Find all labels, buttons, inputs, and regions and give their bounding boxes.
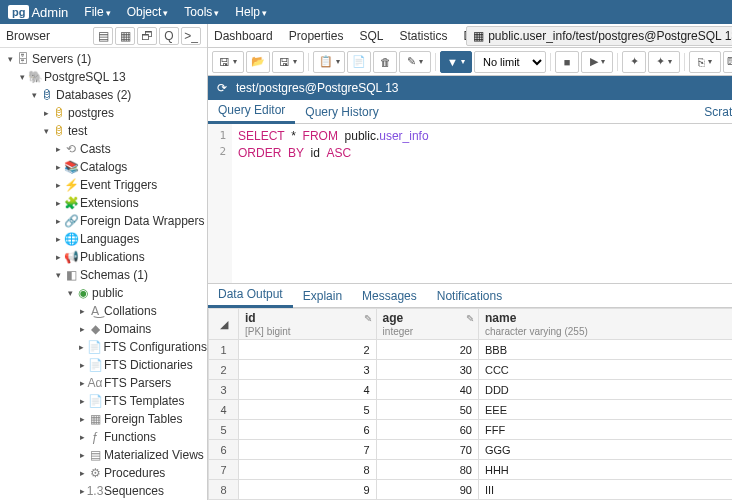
expand-icon[interactable]: ▾ [52,270,64,280]
table-row[interactable]: 2330CCC [209,360,733,380]
cell-age[interactable]: 70 [376,440,478,460]
delete-btn[interactable]: 🗑 [373,51,397,73]
expand-icon[interactable]: ▸ [76,360,88,370]
paste-btn[interactable]: 📄 [347,51,371,73]
tab-dashboard[interactable]: Dashboard [214,29,273,43]
tree-node-22[interactable]: ▸▤Materialized Views [0,446,207,464]
tree-node-17[interactable]: ▸📄FTS Dictionaries [0,356,207,374]
edit-btn[interactable]: ✎ [399,51,431,73]
tree-node-15[interactable]: ▸◆Domains [0,320,207,338]
cell-name[interactable]: HHH [478,460,732,480]
tree-node-16[interactable]: ▸📄FTS Configurations [0,338,207,356]
expand-icon[interactable]: ▸ [76,468,88,478]
tree-node-4[interactable]: ▾🛢test [0,122,207,140]
expand-icon[interactable]: ▸ [52,234,64,244]
table-row[interactable]: 1220BBB [209,340,733,360]
tree-node-24[interactable]: ▸1.3Sequences [0,482,207,500]
result-grid[interactable]: ◢id✎[PK] bigintage✎integername✎character… [208,308,732,500]
cell-id[interactable]: 2 [239,340,377,360]
tab-properties[interactable]: Properties [289,29,344,43]
expand-icon[interactable]: ▾ [64,288,76,298]
cell-name[interactable]: GGG [478,440,732,460]
table-row[interactable]: 5660FFF [209,420,733,440]
menu-object[interactable]: Object▾ [127,5,169,19]
tree-node-10[interactable]: ▸🌐Languages [0,230,207,248]
cell-age[interactable]: 20 [376,340,478,360]
tree-node-7[interactable]: ▸⚡Event Triggers [0,176,207,194]
expand-icon[interactable]: ▸ [52,180,64,190]
table-row[interactable]: 6770GGG [209,440,733,460]
tree-node-20[interactable]: ▸▦Foreign Tables [0,410,207,428]
object-tree[interactable]: ▾🗄Servers (1)▾🐘PostgreSQL 13▾🛢Databases … [0,48,207,500]
tree-node-23[interactable]: ▸⚙Procedures [0,464,207,482]
tree-node-3[interactable]: ▸🛢postgres [0,104,207,122]
tree-node-0[interactable]: ▾🗄Servers (1) [0,50,207,68]
expand-icon[interactable]: ▸ [40,108,52,118]
tab-statistics[interactable]: Statistics [399,29,447,43]
tree-node-14[interactable]: ▸A͜Collations [0,302,207,320]
tree-node-21[interactable]: ▸ƒFunctions [0,428,207,446]
table-row[interactable]: 8990III [209,480,733,500]
col-name[interactable]: name✎character varying (255) [478,309,732,340]
cell-id[interactable]: 8 [239,460,377,480]
cell-name[interactable]: FFF [478,420,732,440]
expand-icon[interactable]: ▸ [76,450,88,460]
explain-opts-btn[interactable]: ✦ [648,51,680,73]
expand-icon[interactable]: ▸ [76,342,88,352]
cell-id[interactable]: 5 [239,400,377,420]
expand-icon[interactable]: ▸ [52,162,64,172]
tree-node-2[interactable]: ▾🛢Databases (2) [0,86,207,104]
cell-id[interactable]: 4 [239,380,377,400]
cell-age[interactable]: 30 [376,360,478,380]
table-row[interactable]: 3440DDD [209,380,733,400]
tree-tool-1[interactable]: ▤ [93,27,113,45]
tree-tool-terminal[interactable]: >_ [181,27,201,45]
cell-id[interactable]: 6 [239,420,377,440]
edit-icon[interactable]: ✎ [466,313,474,324]
expand-icon[interactable]: ▾ [28,90,40,100]
expand-icon[interactable]: ▾ [4,54,16,64]
result-tab-data-output[interactable]: Data Output [208,284,293,308]
cell-name[interactable]: EEE [478,400,732,420]
expand-icon[interactable]: ▸ [52,216,64,226]
cell-name[interactable]: DDD [478,380,732,400]
table-row[interactable]: 4550EEE [209,400,733,420]
cell-age[interactable]: 90 [376,480,478,500]
tab-query-history[interactable]: Query History [295,100,388,124]
menu-tools[interactable]: Tools▾ [184,5,219,19]
expand-icon[interactable]: ▸ [52,198,64,208]
edit-icon[interactable]: ✎ [364,313,372,324]
expand-icon[interactable]: ▸ [76,378,88,388]
expand-icon[interactable]: ▸ [52,144,64,154]
query-tool-tab[interactable]: ▦ public.user_info/test/postgres@Postgre… [466,26,732,46]
cell-id[interactable]: 7 [239,440,377,460]
tree-tool-3[interactable]: 🗗 [137,27,157,45]
col-age[interactable]: age✎integer [376,309,478,340]
tree-node-13[interactable]: ▾◉public [0,284,207,302]
expand-icon[interactable]: ▸ [76,306,88,316]
open-btn[interactable]: 📂 [246,51,270,73]
sql-editor[interactable]: 12 SELECT * FROM public.user_info ORDER … [208,124,732,284]
limit-select[interactable]: No limit [474,51,546,73]
tab-query-editor[interactable]: Query Editor [208,100,295,124]
tree-tool-2[interactable]: ▦ [115,27,135,45]
table-row[interactable]: 7880HHH [209,460,733,480]
tree-node-6[interactable]: ▸📚Catalogs [0,158,207,176]
cell-age[interactable]: 40 [376,380,478,400]
menu-help[interactable]: Help▾ [235,5,267,19]
cell-id[interactable]: 3 [239,360,377,380]
cell-name[interactable]: III [478,480,732,500]
expand-icon[interactable]: ▾ [40,126,52,136]
macro-btn[interactable]: ⌨ [723,51,732,73]
stop-btn[interactable]: ■ [555,51,579,73]
menu-file[interactable]: File▾ [84,5,110,19]
download-btn[interactable]: 🖫 [272,51,304,73]
cell-age[interactable]: 50 [376,400,478,420]
cell-age[interactable]: 80 [376,460,478,480]
expand-icon[interactable]: ▸ [76,432,88,442]
tree-tool-search[interactable]: Q [159,27,179,45]
save-btn[interactable]: 🖫 [212,51,244,73]
tree-node-8[interactable]: ▸🧩Extensions [0,194,207,212]
cell-name[interactable]: CCC [478,360,732,380]
col-id[interactable]: id✎[PK] bigint [239,309,377,340]
